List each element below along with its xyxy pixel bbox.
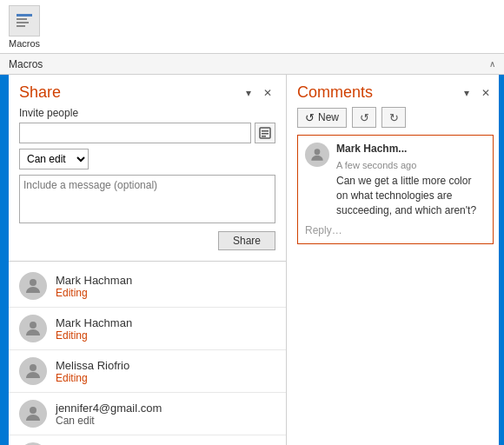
comment-card: Mark Hachm... A few seconds ago Can we g…	[297, 135, 494, 244]
comment-header-row: Mark Hachm... A few seconds ago Can we g…	[305, 143, 486, 217]
permission-select[interactable]: Can edit Can view	[19, 149, 89, 169]
comments-toolbar: ↺ New ↺ ↻	[287, 107, 504, 135]
list-item: Mark Hachman Editing	[9, 308, 286, 350]
person-status: Editing	[56, 372, 129, 384]
person-status: Can edit	[56, 415, 162, 427]
person-name: Mark Hachman	[56, 316, 132, 329]
comment-meta: Mark Hachm... A few seconds ago Can we g…	[336, 143, 486, 217]
message-textarea[interactable]	[19, 175, 275, 223]
svg-rect-1	[17, 18, 27, 20]
list-item: mriofrio@pcworld.com Can edit	[9, 435, 286, 445]
left-blue-bar	[0, 75, 9, 445]
list-item: jennifer4@gmail.com Can edit	[9, 393, 286, 435]
svg-point-9	[30, 322, 36, 329]
address-book-button[interactable]	[255, 123, 275, 143]
new-btn-label: New	[318, 111, 339, 123]
invite-label: Invite people	[19, 107, 275, 119]
nav-prev-button[interactable]: ↺	[352, 107, 376, 128]
macros-bar-label: Macros	[9, 58, 43, 70]
avatar	[19, 357, 47, 385]
list-item: Mark Hachman Editing	[9, 265, 286, 308]
person-info: Mark Hachman Editing	[56, 316, 132, 342]
svg-rect-7	[262, 136, 266, 137]
comment-author-row: Mark Hachm... A few seconds ago	[336, 143, 486, 170]
comments-title: Comments	[297, 83, 373, 102]
person-name: Mark Hachman	[56, 274, 132, 287]
share-btn-row: Share	[19, 231, 275, 250]
macros-label: Macros	[9, 38, 40, 49]
people-list: Mark Hachman Editing Mark Hachman Editin…	[9, 265, 286, 445]
invite-row	[19, 123, 275, 143]
share-divider	[9, 261, 286, 262]
new-comment-button[interactable]: ↺ New	[297, 108, 347, 128]
avatar	[19, 400, 47, 428]
nav-next-button[interactable]: ↻	[381, 107, 406, 128]
person-info: Mark Hachman Editing	[56, 274, 132, 299]
share-panel-controls: ▾ ✕	[242, 85, 275, 101]
macros-icon	[9, 5, 40, 37]
person-status: Editing	[56, 329, 132, 342]
svg-point-11	[30, 407, 36, 414]
comments-close-button[interactable]: ✕	[478, 85, 494, 101]
comments-controls: ▾ ✕	[461, 85, 494, 101]
list-item: Melissa Riofrio Editing	[9, 350, 286, 393]
share-pin-button[interactable]: ▾	[242, 85, 255, 101]
invite-input[interactable]	[19, 123, 251, 143]
person-info: jennifer4@gmail.com Can edit	[56, 402, 162, 427]
comments-pin-button[interactable]: ▾	[461, 85, 473, 101]
avatar	[19, 272, 47, 300]
share-button[interactable]: Share	[218, 231, 275, 250]
share-form: Invite people Can edit Can view S	[9, 107, 286, 257]
person-name: jennifer4@gmail.com	[56, 402, 162, 415]
share-title: Share	[19, 83, 61, 102]
svg-rect-3	[17, 25, 25, 27]
comment-author: Mark Hachm...	[336, 143, 407, 155]
svg-point-18	[315, 149, 321, 155]
nav-next-icon: ↻	[389, 111, 399, 124]
macros-ribbon-item[interactable]: Macros	[9, 5, 40, 49]
macros-bar-chevron[interactable]: ∧	[489, 59, 495, 69]
comment-reply[interactable]: Reply…	[305, 224, 486, 236]
nav-prev-icon: ↺	[360, 111, 369, 124]
comments-header: Comments ▾ ✕	[287, 75, 504, 107]
right-edge-bar	[499, 75, 504, 445]
comment-avatar	[305, 143, 329, 167]
comments-panel: Comments ▾ ✕ ↺ New ↺ ↻	[287, 75, 504, 445]
share-panel-header: Share ▾ ✕	[9, 75, 286, 107]
ribbon: Macros	[0, 0, 504, 54]
reply-icon: ↺	[305, 111, 315, 124]
svg-rect-6	[262, 133, 269, 135]
person-status: Editing	[56, 287, 132, 299]
share-panel: Share ▾ ✕ Invite people	[9, 75, 287, 445]
comment-text: Can we get a little more color on what t…	[336, 174, 486, 217]
svg-point-10	[30, 364, 36, 371]
svg-point-8	[30, 279, 36, 286]
person-name: Melissa Riofrio	[56, 359, 129, 372]
macros-bar: Macros ∧	[0, 54, 504, 75]
svg-rect-5	[262, 130, 269, 132]
avatar	[19, 315, 47, 342]
main-content: Share ▾ ✕ Invite people	[0, 75, 504, 445]
svg-rect-0	[17, 14, 32, 17]
comment-time: A few seconds ago	[336, 160, 416, 170]
svg-rect-2	[17, 22, 29, 23]
share-close-button[interactable]: ✕	[260, 85, 275, 101]
person-info: Melissa Riofrio Editing	[56, 359, 129, 384]
